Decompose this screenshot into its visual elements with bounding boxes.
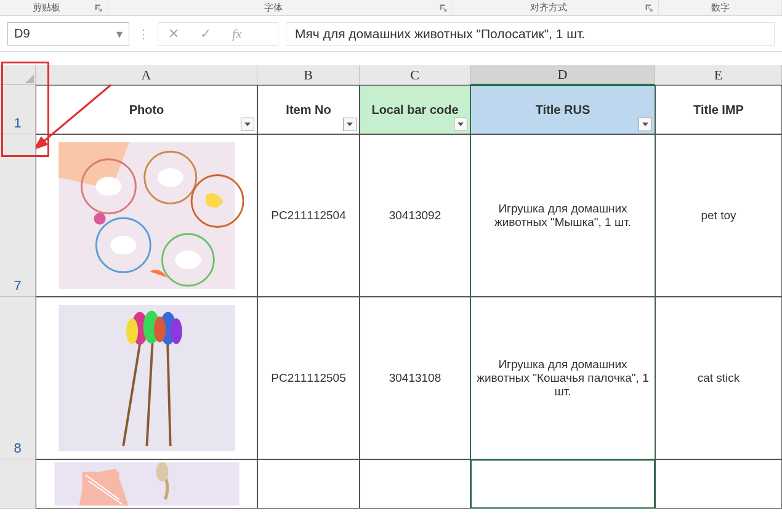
cell-titleimp[interactable] [655,459,782,509]
col-header-B[interactable]: B [257,65,360,85]
cell-titlerus[interactable]: Игрушка для домашних животных "Мышка", 1… [470,134,655,297]
dialog-launcher-icon[interactable] [643,2,655,14]
cell-value: 30413092 [389,209,441,222]
ribbon-group-clipboard: 剪贴板 [0,0,108,15]
svg-point-10 [175,250,201,269]
svg-point-9 [110,235,136,254]
ribbon-group-alignment: 对齐方式 [453,0,659,15]
formula-input[interactable]: Мяч для домашних животных "Полосатик", 1… [286,22,775,46]
cell-value: cat stick [698,371,740,385]
header-itemno[interactable]: Item No [257,85,360,134]
cell-barcode[interactable]: 30413092 [360,134,470,297]
cell-barcode[interactable]: 30413108 [360,297,470,459]
table-header-row: Photo Item No Local bar code Title RUS T… [36,85,782,134]
ribbon-group-label: 字体 [108,2,438,14]
row-header-partial[interactable] [0,459,36,509]
fx-controls: ✕ ✓ fx [158,22,278,46]
svg-point-19 [126,318,138,344]
cell-value: Игрушка для домашних животных "Мышка", 1… [474,202,652,229]
col-header-E[interactable]: E [655,65,782,85]
ribbon-group-number: 数字 [659,0,782,15]
col-header-A[interactable]: A [36,65,257,85]
cell-barcode[interactable] [360,459,470,509]
cell-value: PC211112504 [271,209,346,222]
svg-point-20 [153,316,165,342]
svg-point-21 [170,318,182,344]
ribbon-group-label: 数字 [659,2,781,14]
product-photo [50,305,244,452]
cell-titleimp[interactable]: cat stick [655,297,782,459]
header-titlerus[interactable]: Title RUS [470,85,655,134]
header-titleimp[interactable]: Title IMP [655,85,782,134]
row-headers: 1 7 8 [0,85,36,509]
ribbon-group-label: 剪贴板 [0,2,93,14]
filter-button[interactable] [454,118,467,131]
cell-value: 30413108 [389,371,441,385]
svg-point-11 [94,212,105,224]
formula-bar: D9 ▾ ⋮ ✕ ✓ fx Мяч для домашних животных … [0,16,782,52]
ribbon-group-label: 对齐方式 [453,2,643,14]
svg-point-8 [157,168,183,187]
header-label: Item No [286,103,331,117]
cell-titlerus[interactable] [470,459,655,509]
header-label: Local bar code [371,103,458,117]
ribbon-group-strip: 剪贴板 字体 对齐方式 数字 [0,0,782,16]
cancel-icon[interactable]: ✕ [168,26,179,42]
chevron-down-icon[interactable]: ▾ [116,26,123,41]
row-header-7[interactable]: 7 [0,134,36,297]
svg-point-27 [156,462,168,482]
grid-cells: Photo Item No Local bar code Title RUS T… [36,85,782,509]
spreadsheet-grid[interactable]: A B C D E 1 7 8 Photo Item No Local bar … [0,52,782,532]
header-label: Title RUS [536,103,591,117]
filter-button[interactable] [343,118,357,131]
table-row: PC211112504 30413092 Игрушка для домашни… [36,134,782,297]
header-label: Photo [129,103,164,117]
confirm-icon[interactable]: ✓ [200,26,211,42]
cell-itemno[interactable]: PC211112504 [257,134,360,297]
svg-point-7 [95,177,121,196]
dialog-launcher-icon[interactable] [93,2,104,14]
cell-photo[interactable] [36,459,257,509]
header-barcode[interactable]: Local bar code [360,85,470,134]
cell-photo[interactable] [36,134,257,297]
product-photo [50,142,244,289]
table-row: PC211112505 30413108 Игрушка для домашни… [36,297,782,459]
cell-itemno[interactable] [257,459,360,509]
cell-photo[interactable] [36,297,257,459]
formula-value: Мяч для домашних животных "Полосатик", 1… [295,26,585,41]
more-icon[interactable]: ⋮ [137,26,150,41]
header-photo[interactable]: Photo [36,85,257,134]
cell-itemno[interactable]: PC211112505 [257,297,360,459]
row-header-8[interactable]: 8 [0,297,36,459]
fx-icon[interactable]: fx [232,26,242,42]
header-label: Title IMP [693,103,744,117]
row-header-1[interactable]: 1 [0,85,36,134]
name-box-value: D9 [14,26,30,41]
cell-value: pet toy [701,209,736,222]
select-all-corner[interactable] [0,65,36,85]
cell-titleimp[interactable]: pet toy [655,134,782,297]
cell-value: PC211112505 [271,371,346,385]
column-headers: A B C D E [36,65,782,85]
filter-button[interactable] [241,118,254,131]
col-header-D[interactable]: D [470,65,655,85]
table-row [36,459,782,509]
cell-value: Игрушка для домашних животных "Кошачья п… [474,358,652,398]
dialog-launcher-icon[interactable] [438,2,449,14]
filter-button[interactable] [639,118,652,131]
name-box[interactable]: D9 ▾ [7,22,129,46]
col-header-C[interactable]: C [360,65,470,85]
product-photo [50,462,244,506]
ribbon-group-font: 字体 [108,0,453,15]
cell-titlerus[interactable]: Игрушка для домашних животных "Кошачья п… [470,297,655,459]
